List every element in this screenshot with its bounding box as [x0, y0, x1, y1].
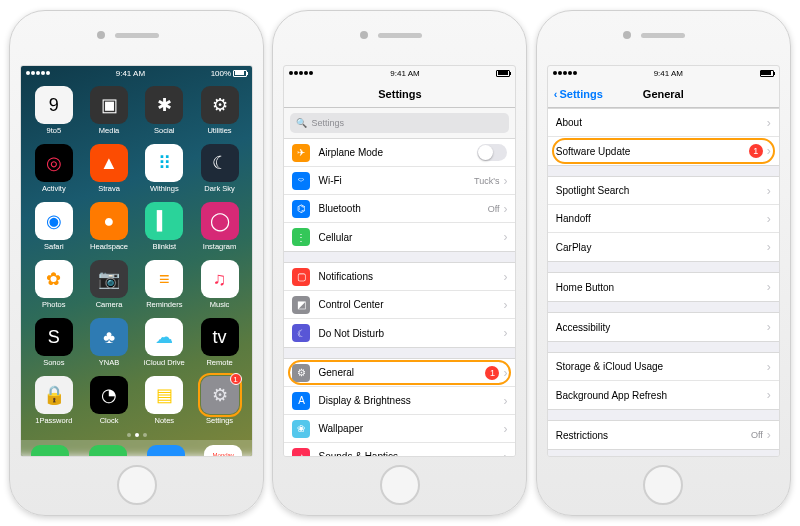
row-detail: Tuck's [474, 176, 499, 186]
app-icon: 🔒 [35, 376, 73, 414]
app-label: Strava [98, 184, 120, 193]
row-background-app-refresh[interactable]: Background App Refresh› [548, 381, 779, 409]
dock-app-messages[interactable]: ✉Messages [89, 445, 127, 457]
app-label: Withings [150, 184, 179, 193]
dock-app-calendar[interactable]: Monday27Calendar [204, 445, 242, 457]
row-icon: ⋮ [292, 228, 310, 246]
app-label: Sonos [43, 358, 64, 367]
row-detail: Off [751, 430, 763, 440]
row-bluetooth[interactable]: ⌬BluetoothOff› [284, 195, 515, 223]
row-display-brightness[interactable]: ADisplay & Brightness› [284, 387, 515, 415]
navbar-title: General [643, 88, 684, 100]
chevron-right-icon: › [767, 184, 771, 198]
row-about[interactable]: About› [548, 109, 779, 137]
app-activity[interactable]: ◎Activity [27, 144, 80, 198]
settings-list[interactable]: ✈Airplane Mode⌔Wi-FiTuck's›⌬BluetoothOff… [284, 138, 515, 456]
chevron-right-icon: › [767, 360, 771, 374]
row-accessibility[interactable]: Accessibility› [548, 313, 779, 341]
toggle[interactable] [477, 144, 507, 161]
app-instagram[interactable]: ◯Instagram [193, 202, 246, 256]
chevron-right-icon: › [503, 394, 507, 408]
battery-icon [760, 70, 774, 77]
row-label: Airplane Mode [318, 147, 477, 158]
app-media[interactable]: ▣Media [82, 86, 135, 140]
row-storage-icloud-usage[interactable]: Storage & iCloud Usage› [548, 353, 779, 381]
app-ynab[interactable]: ♣YNAB [82, 318, 135, 372]
general-group: Spotlight Search›Handoff›CarPlay› [548, 176, 779, 262]
app-withings[interactable]: ⠿Withings [138, 144, 191, 198]
row-handoff[interactable]: Handoff› [548, 205, 779, 233]
page-dots[interactable] [21, 430, 252, 440]
app-icon: ✉ [89, 445, 127, 457]
notification-badge: 1 [749, 144, 763, 158]
row-general[interactable]: ⚙General1› [284, 359, 515, 387]
row-label: Sounds & Haptics [318, 451, 503, 456]
back-button[interactable]: ‹ Settings [554, 88, 603, 100]
app-sonos[interactable]: SSonos [27, 318, 80, 372]
row-carplay[interactable]: CarPlay› [548, 233, 779, 261]
row-restrictions[interactable]: RestrictionsOff› [548, 421, 779, 449]
home-button[interactable] [643, 465, 683, 505]
app-photos[interactable]: ✿Photos [27, 260, 80, 314]
app-label: YNAB [99, 358, 119, 367]
app-1password[interactable]: 🔒1Password [27, 376, 80, 430]
app-strava[interactable]: ▲Strava [82, 144, 135, 198]
app-safari[interactable]: ◉Safari [27, 202, 80, 256]
status-time: 9:41 AM [116, 69, 145, 78]
row-icon: ❀ [292, 420, 310, 438]
row-software-update[interactable]: Software Update1› [548, 137, 779, 165]
app-icloud-drive[interactable]: ☁iCloud Drive [138, 318, 191, 372]
status-bar: 9:41 AM 100% [21, 66, 252, 80]
app-music[interactable]: ♫Music [193, 260, 246, 314]
row-wallpaper[interactable]: ❀Wallpaper› [284, 415, 515, 443]
row-label: Do Not Disturb [318, 328, 503, 339]
row-cellular[interactable]: ⋮Cellular› [284, 223, 515, 251]
app-label: iCloud Drive [144, 358, 185, 367]
dock-app-mail[interactable]: ✉Mail [147, 445, 185, 457]
app-blinkist[interactable]: ▍Blinkist [138, 202, 191, 256]
row-home-button[interactable]: Home Button› [548, 273, 779, 301]
chevron-right-icon: › [767, 388, 771, 402]
row-icon: ☾ [292, 324, 310, 342]
row-icon: ▢ [292, 268, 310, 286]
iphone-home: 9:41 AM 100% 99to5▣Media✱Social⚙Utilitie… [9, 10, 264, 516]
status-time: 9:41 AM [654, 69, 683, 78]
row-sounds-haptics[interactable]: ♪Sounds & Haptics› [284, 443, 515, 456]
row-notifications[interactable]: ▢Notifications› [284, 263, 515, 291]
dock-app-phone[interactable]: ✆Phone [31, 445, 69, 457]
row-wi-fi[interactable]: ⌔Wi-FiTuck's› [284, 167, 515, 195]
app-label: Settings [206, 416, 233, 425]
app-remote[interactable]: tvRemote [193, 318, 246, 372]
search-icon: 🔍 [296, 118, 307, 128]
app-reminders[interactable]: ≡Reminders [138, 260, 191, 314]
home-button[interactable] [380, 465, 420, 505]
app-headspace[interactable]: ●Headspace [82, 202, 135, 256]
battery-icon [233, 70, 247, 77]
row-spotlight-search[interactable]: Spotlight Search› [548, 177, 779, 205]
row-label: Home Button [556, 282, 767, 293]
row-do-not-disturb[interactable]: ☾Do Not Disturb› [284, 319, 515, 347]
signal-indicator [553, 71, 577, 75]
app-label: Reminders [146, 300, 182, 309]
app-settings[interactable]: ⚙1Settings [193, 376, 246, 430]
app-label: Camera [96, 300, 123, 309]
general-group: Storage & iCloud Usage›Background App Re… [548, 352, 779, 410]
app-icon: ✱ [145, 86, 183, 124]
row-airplane-mode[interactable]: ✈Airplane Mode [284, 139, 515, 167]
general-list[interactable]: About›Software Update1›Spotlight Search›… [548, 108, 779, 456]
general-group: Accessibility› [548, 312, 779, 342]
row-control-center[interactable]: ◩Control Center› [284, 291, 515, 319]
chevron-right-icon: › [767, 144, 771, 158]
app-9to5[interactable]: 99to5 [27, 86, 80, 140]
app-utilities[interactable]: ⚙Utilities [193, 86, 246, 140]
settings-search[interactable]: 🔍 Settings [290, 113, 509, 133]
app-notes[interactable]: ▤Notes [138, 376, 191, 430]
chevron-left-icon: ‹ [554, 88, 558, 100]
app-social[interactable]: ✱Social [138, 86, 191, 140]
app-dark-sky[interactable]: ☾Dark Sky [193, 144, 246, 198]
row-icon: ♪ [292, 448, 310, 457]
app-camera[interactable]: 📷Camera [82, 260, 135, 314]
home-button[interactable] [117, 465, 157, 505]
app-clock[interactable]: ◔Clock [82, 376, 135, 430]
row-icon: A [292, 392, 310, 410]
